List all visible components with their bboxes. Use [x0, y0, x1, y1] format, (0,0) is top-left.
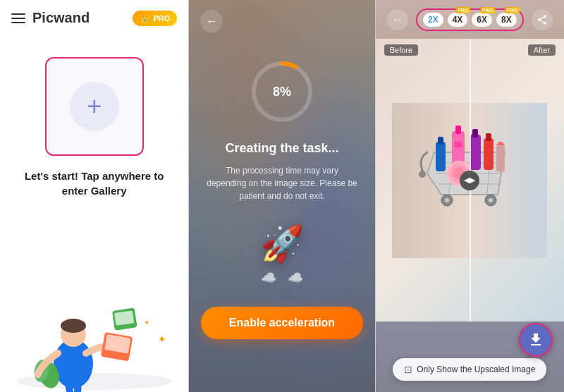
scale-6x-label: 6X: [477, 15, 487, 25]
svg-rect-31: [455, 125, 461, 134]
crown-icon: 👑: [140, 13, 150, 23]
scale-2x-label: 2X: [428, 15, 439, 25]
scale-option-8x[interactable]: 8X PRO: [496, 13, 517, 27]
slider-arrows-icon: ◀▶: [464, 176, 475, 185]
scale-option-4x[interactable]: 4X PRO: [448, 13, 468, 27]
result-bottom: ⊡ Only Show the Upscaled Image: [376, 321, 564, 392]
pro-badge[interactable]: 👑 PRO: [133, 11, 177, 26]
back-button-processing[interactable]: ←: [200, 10, 223, 32]
toggle-icon: ⊡: [404, 364, 412, 375]
app-title: Picwand: [32, 10, 125, 26]
svg-rect-38: [438, 137, 443, 145]
enable-acceleration-button[interactable]: Enable acceleration: [201, 307, 363, 339]
progress-circle: 8%: [247, 56, 317, 127]
plus-circle: +: [70, 82, 119, 131]
plus-icon: +: [87, 94, 102, 119]
cloud-icon-1: ☁️: [261, 270, 276, 286]
creating-desc: The processing time may vary depending o…: [189, 164, 374, 202]
pro-tag-6x: PRO: [480, 7, 495, 13]
panel-main: Picwand 👑 PRO + Let's start! Tap anywher…: [0, 0, 188, 392]
illustration-svg: ✦ ✦: [3, 272, 186, 392]
cloud-icon-2: ☁️: [288, 270, 303, 286]
processing-header: ←: [189, 0, 374, 42]
main-header: Picwand 👑 PRO: [0, 0, 188, 36]
share-icon: [537, 14, 548, 25]
svg-rect-33: [470, 135, 481, 170]
scale-option-2x[interactable]: 2X: [423, 13, 443, 27]
upload-hint: Let's start! Tap anywhere to enter Galle…: [14, 169, 174, 198]
before-after-labels: Before After: [376, 44, 564, 56]
progress-percent: 8%: [247, 56, 317, 127]
svg-text:✦: ✦: [158, 333, 166, 345]
svg-rect-32: [455, 142, 462, 147]
svg-rect-35: [484, 138, 494, 170]
illustration-area: ✦ ✦: [0, 265, 188, 392]
back-button-result[interactable]: ←: [387, 9, 408, 30]
svg-rect-34: [472, 129, 478, 137]
svg-rect-11: [114, 310, 134, 325]
scale-option-6x[interactable]: 6X PRO: [472, 13, 492, 27]
scale-8x-label: 8X: [501, 15, 512, 25]
scale-options-group: 2X 4X PRO 6X PRO 8X PRO: [416, 8, 524, 31]
svg-point-28: [445, 198, 449, 202]
panel-result: ← 2X 4X PRO 6X PRO 8X PRO: [376, 0, 564, 392]
svg-point-29: [489, 198, 493, 202]
result-header: ← 2X 4X PRO 6X PRO 8X PRO: [376, 0, 564, 39]
upload-box[interactable]: +: [45, 57, 144, 156]
svg-rect-39: [496, 145, 505, 172]
pro-tag-4x: PRO: [455, 7, 470, 13]
before-label: Before: [384, 44, 418, 56]
only-show-upscaled-button[interactable]: ⊡ Only Show the Upscaled Image: [393, 358, 546, 381]
back-arrow-icon: ←: [205, 14, 218, 29]
creating-title: Creating the task...: [225, 141, 338, 156]
svg-point-3: [61, 319, 86, 333]
scale-4x-label: 4X: [453, 15, 463, 25]
svg-text:✦: ✦: [144, 319, 149, 326]
pro-tag-8x: PRO: [505, 7, 520, 13]
result-image-area: Before After: [376, 39, 564, 321]
svg-rect-36: [486, 133, 491, 141]
pro-label: PRO: [153, 14, 170, 23]
panel-processing: ← 8% Creating the task... The processing…: [189, 0, 374, 392]
rocket-container: 🚀 ☁️ ☁️: [260, 223, 304, 286]
download-button[interactable]: [519, 323, 553, 357]
clouds-decoration: ☁️ ☁️: [261, 270, 303, 286]
rocket-icon: 🚀: [260, 223, 304, 264]
processing-content: 8% Creating the task... The processing t…: [189, 0, 374, 392]
product-image: ◀▶: [376, 39, 564, 321]
download-icon: [527, 331, 544, 348]
slider-handle[interactable]: ◀▶: [460, 171, 479, 190]
share-button[interactable]: [532, 9, 553, 30]
menu-icon[interactable]: [11, 13, 25, 23]
svg-rect-37: [436, 142, 446, 171]
svg-point-25: [419, 171, 426, 178]
only-show-label: Only Show the Upscaled Image: [417, 365, 535, 374]
after-label: After: [528, 44, 556, 56]
back-arrow-icon-result: ←: [392, 13, 403, 26]
